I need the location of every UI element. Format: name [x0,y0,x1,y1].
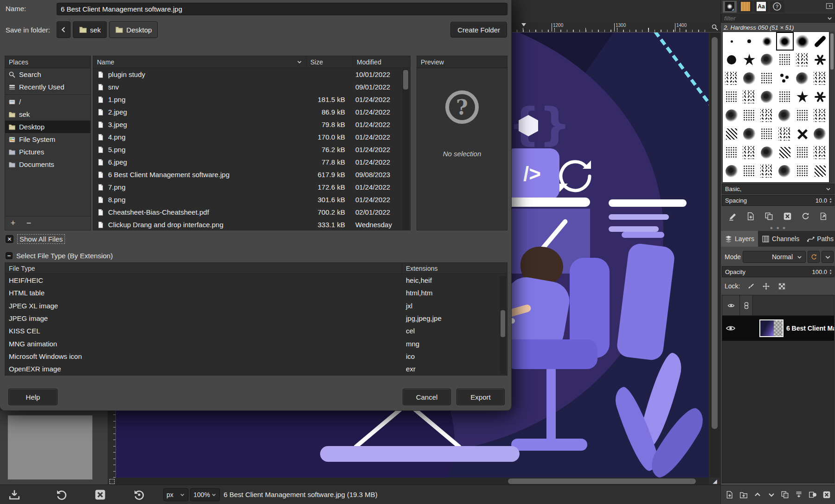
help-button[interactable]: Help [8,389,58,405]
brush-item[interactable] [758,69,776,88]
dock-menu-icon[interactable] [825,2,834,10]
file-type-row[interactable]: MNG animation mng [5,337,507,350]
file-type-row[interactable]: JPEG XL image jxl [5,300,507,312]
brush-item[interactable] [794,143,811,162]
file-row[interactable]: 8.png 301.6 kB 01/24/2022 [93,193,410,206]
column-header-extensions[interactable]: Extensions [402,263,507,274]
brush-item[interactable] [758,106,776,125]
brush-item[interactable] [723,69,740,88]
column-header-size[interactable]: Size [307,56,353,68]
brush-item[interactable] [811,143,829,162]
column-header-modified[interactable]: Modified [353,56,410,68]
brush-item[interactable] [776,51,794,69]
filename-input[interactable] [57,3,507,15]
brush-grid[interactable] [722,32,829,183]
revert-button[interactable] [133,489,145,501]
brush-item[interactable] [758,162,776,180]
brush-group-dropdown[interactable]: Basic, [722,184,835,194]
brush-item[interactable] [811,125,829,143]
layer-mask-button[interactable] [806,488,820,501]
tab-paths[interactable]: Paths [803,231,835,247]
brush-item[interactable] [776,106,794,125]
brush-item[interactable] [723,106,740,125]
brush-item[interactable] [723,32,740,51]
show-all-files-option[interactable]: ✕ Show All Files [6,234,65,244]
file-type-row[interactable]: OpenEXR image exr [5,363,507,375]
brush-item[interactable] [740,143,758,162]
spacing-slider[interactable]: Spacing 10.0 ▲▼ [722,195,835,206]
scrollbar-thumb[interactable] [403,70,408,89]
brush-item[interactable] [740,162,758,180]
file-type-row[interactable]: HEIF/HEIC heic,heif [5,274,507,287]
open-brush-button[interactable] [816,210,830,223]
tab-patterns[interactable] [739,1,752,13]
delete-button[interactable] [94,489,106,501]
brush-item[interactable] [740,106,758,125]
file-type-row[interactable]: JPEG image jpg,jpeg,jpe [5,312,507,325]
export-button[interactable]: Export [456,389,505,405]
scrollbar-thumb[interactable] [501,310,505,337]
create-folder-button[interactable]: Create Folder [450,22,507,38]
file-row[interactable]: Clickup Drang and drop interface.png 333… [93,218,410,230]
brush-item[interactable] [776,69,794,88]
brush-filter-input[interactable] [721,15,827,22]
spacing-stepper[interactable]: ▲▼ [829,198,832,204]
place-item-pictures[interactable]: Pictures [5,146,90,158]
brush-item[interactable] [723,162,740,180]
file-type-expander[interactable]: − Select File Type (By Extension) [6,252,113,260]
file-row[interactable]: Cheatsheet-Bias-Cheatsheet.pdf 700.2 kB … [93,206,410,218]
brush-item[interactable] [740,51,758,69]
brush-item[interactable] [811,32,829,51]
brush-item[interactable] [794,162,811,180]
lower-layer-button[interactable] [764,488,778,501]
new-layer-button[interactable] [723,488,737,501]
brush-item[interactable] [776,162,794,180]
place-item-documents[interactable]: Documents [5,158,90,171]
brush-item[interactable] [776,143,794,162]
brush-item[interactable] [758,125,776,143]
edit-brush-button[interactable] [726,210,740,223]
opacity-slider[interactable]: Opacity 100.0 ▲▼ [722,266,835,277]
brush-item[interactable] [740,69,758,88]
zoom-follow-window-button[interactable] [709,22,720,32]
brush-item[interactable] [758,143,776,162]
brush-item[interactable] [794,125,811,143]
file-row[interactable]: 7.png 172.6 kB 01/24/2022 [93,181,410,193]
canvas-vertical-scrollbar[interactable] [710,32,720,478]
mode-dropdown[interactable]: Normal [743,251,806,263]
brush-item[interactable] [758,51,776,69]
tab-fonts[interactable]: Aa [754,1,768,13]
layer-row[interactable]: 6 Best Client Ma [722,316,834,341]
add-place-button[interactable]: + [5,217,21,230]
breadcrumb-item-sek[interactable]: sek [73,21,107,38]
breadcrumb-item-desktop[interactable]: Desktop [109,21,158,38]
opacity-stepper[interactable]: ▲▼ [829,269,832,275]
file-list-scrollbar[interactable] [402,69,409,230]
brush-item[interactable] [758,32,776,51]
brush-grid-scrollbar[interactable] [829,32,835,183]
brush-item[interactable] [740,88,758,106]
brush-item[interactable] [723,88,740,106]
brush-item[interactable] [811,162,829,180]
scrollbar-thumb[interactable] [508,478,696,484]
delete-brush-button[interactable] [780,210,794,223]
brush-item[interactable] [794,88,811,106]
lock-pixels-button[interactable] [745,281,756,292]
column-header-name[interactable]: Name [93,56,307,68]
brush-item[interactable] [740,125,758,143]
lock-position-button[interactable] [760,281,771,292]
tab-channels[interactable]: Channels [758,231,803,247]
layer-visibility-toggle[interactable] [722,323,739,333]
unit-dropdown[interactable]: px [163,488,188,501]
file-row[interactable]: 1.png 181.5 kB 01/24/2022 [93,93,410,106]
refresh-brushes-button[interactable] [798,210,812,223]
tab-brushes[interactable] [723,1,737,13]
file-type-scrollbar[interactable] [500,276,506,374]
place-item-recently-used[interactable]: Recently Used [5,81,90,93]
expander-collapse-icon[interactable]: − [6,252,13,259]
place-item--[interactable]: / [5,96,90,108]
navigation-button[interactable]: ◢ [710,478,720,485]
brush-item[interactable] [794,69,811,88]
merge-layer-button[interactable] [792,488,806,501]
mode-switch-button[interactable] [808,251,820,263]
